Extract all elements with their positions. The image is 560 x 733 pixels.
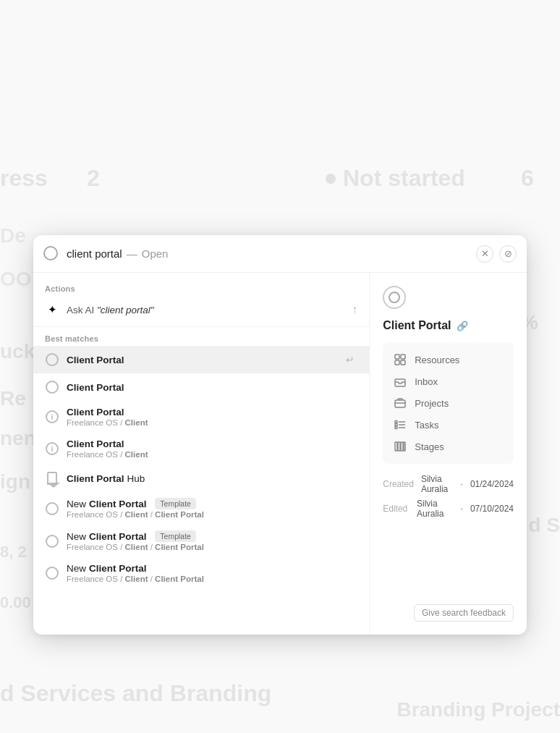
- result-highlight: Client Portal: [89, 531, 147, 542]
- result-breadcrumb: Freelance OS / Client: [67, 450, 357, 459]
- ask-ai-icon: ✦: [45, 302, 59, 317]
- result-title: New Client Portal Template: [67, 498, 357, 509]
- result-prefix: New: [67, 563, 86, 574]
- result-prefix: New: [67, 499, 86, 509]
- preview-card-row: Tasks: [393, 418, 504, 432]
- created-author: Silvia Auralia: [421, 474, 454, 494]
- edited-author: Silvia Auralia: [417, 499, 454, 519]
- circle-icon: [46, 381, 59, 394]
- result-item[interactable]: Client Portal Hub: [33, 465, 369, 492]
- result-icon-circle: [45, 566, 59, 580]
- result-title: New Client Portal Template: [67, 530, 357, 542]
- inbox-icon: [393, 374, 407, 389]
- projects-label: Projects: [415, 398, 449, 409]
- info-icon: i: [46, 410, 59, 423]
- result-breadcrumb: Freelance OS / Client / Client Portal: [67, 510, 357, 519]
- search-modal: client portal — Open ✕ ⊘ Actions ✦ Ask A…: [33, 235, 527, 635]
- svg-rect-5: [395, 400, 405, 407]
- preview-header: [383, 286, 514, 309]
- svg-rect-15: [401, 442, 403, 451]
- result-breadcrumb: Freelance OS / Client: [67, 418, 357, 427]
- result-content: New Client Portal Freelance OS / Client …: [67, 563, 357, 583]
- projects-icon: [393, 396, 407, 410]
- svg-rect-11: [395, 424, 397, 426]
- circle-icon: [46, 567, 59, 580]
- result-title: New Client Portal: [67, 563, 357, 574]
- preview-card-row: Resources: [393, 352, 504, 367]
- result-icon-circle: [45, 352, 59, 367]
- circle-icon: [46, 502, 59, 515]
- ask-ai-item[interactable]: ✦ Ask AI "client portal" ↑: [33, 296, 369, 323]
- resources-label: Resources: [415, 355, 459, 365]
- result-highlight: Client Portal: [89, 563, 147, 574]
- result-highlight: Client Portal: [67, 355, 124, 365]
- modal-body: Actions ✦ Ask AI "client portal" ↑ Best …: [33, 273, 527, 635]
- search-query-text: client portal: [67, 247, 122, 260]
- preview-title-row: Client Portal 🔗: [383, 319, 514, 332]
- result-icon-info: i: [45, 441, 59, 456]
- preview-panel: Client Portal 🔗 Resources: [370, 273, 527, 635]
- give-feedback-button[interactable]: Give search feedback: [414, 604, 514, 622]
- result-prefix: New: [67, 531, 86, 542]
- preview-circle-icon: [389, 292, 400, 303]
- spacer: [383, 529, 514, 594]
- search-input[interactable]: client portal — Open: [67, 247, 469, 260]
- preview-title: Client Portal: [383, 319, 451, 332]
- ask-ai-text: Ask AI "client portal": [67, 305, 344, 315]
- result-item[interactable]: Client Portal: [33, 373, 369, 401]
- clear-search-button[interactable]: ✕: [476, 245, 493, 263]
- result-icon-bookmark: [45, 471, 59, 486]
- result-title: Client Portal: [67, 355, 336, 365]
- preview-card-row: Projects: [393, 396, 504, 410]
- template-badge: Template: [155, 530, 196, 542]
- tasks-icon: [393, 418, 407, 432]
- created-label: Created: [383, 479, 414, 489]
- result-content: Client Portal Freelance OS / Client: [67, 438, 357, 459]
- tasks-label: Tasks: [415, 420, 438, 431]
- search-context-text: Open: [142, 247, 169, 260]
- result-highlight: Client Portal: [67, 407, 124, 418]
- result-breadcrumb: Freelance OS / Client / Client Portal: [67, 575, 357, 583]
- result-content: Client Portal Hub: [67, 473, 357, 484]
- search-options-button[interactable]: ⊘: [499, 245, 517, 263]
- template-badge: Template: [155, 498, 196, 509]
- edited-label: Edited: [383, 504, 410, 514]
- inbox-label: Inbox: [415, 376, 438, 387]
- result-item[interactable]: i Client Portal Freelance OS / Client: [33, 433, 369, 465]
- svg-rect-0: [395, 355, 399, 359]
- search-actions: ✕ ⊘: [476, 245, 517, 263]
- section-divider: [33, 326, 369, 327]
- result-content: Client Portal: [67, 355, 336, 365]
- result-title: Client Portal Hub: [67, 473, 357, 484]
- result-title: Client Portal: [67, 438, 357, 449]
- created-row: Created Silvia Auralia · 01/24/2024: [383, 474, 514, 494]
- left-panel: Actions ✦ Ask AI "client portal" ↑ Best …: [33, 273, 370, 635]
- preview-card-row: Inbox: [393, 374, 504, 389]
- preview-card-row: Stages: [393, 439, 504, 454]
- result-item[interactable]: New Client Portal Freelance OS / Client …: [33, 557, 369, 589]
- result-item[interactable]: New Client Portal Template Freelance OS …: [33, 525, 369, 557]
- result-breadcrumb: Freelance OS / Client / Client Portal: [67, 543, 357, 551]
- result-item[interactable]: i Client Portal Freelance OS / Client: [33, 401, 369, 433]
- search-separator: —: [127, 247, 137, 260]
- ask-ai-shortcut-icon: ↑: [352, 303, 357, 316]
- svg-rect-10: [395, 421, 397, 423]
- grid-icon: [393, 352, 407, 367]
- result-highlight: Client Portal: [67, 438, 124, 449]
- best-matches-label: Best matches: [33, 330, 369, 346]
- edited-separator: ·: [461, 504, 463, 514]
- created-separator: ·: [461, 479, 463, 489]
- result-title: Client Portal: [67, 382, 357, 393]
- result-item[interactable]: Client Portal ↵: [33, 346, 369, 373]
- result-item[interactable]: New Client Portal Template Freelance OS …: [33, 492, 369, 525]
- result-enter-icon: ↵: [343, 352, 357, 367]
- search-icon: [43, 246, 59, 262]
- actions-section-label: Actions: [33, 280, 369, 296]
- result-icon-info: i: [45, 410, 59, 424]
- result-title: Client Portal: [67, 407, 357, 418]
- preview-card: Resources Inbox: [383, 342, 514, 464]
- preview-icon: [383, 286, 406, 309]
- search-circle-icon: [43, 246, 58, 260]
- svg-rect-12: [395, 427, 397, 429]
- created-date: 01/24/2024: [470, 479, 514, 489]
